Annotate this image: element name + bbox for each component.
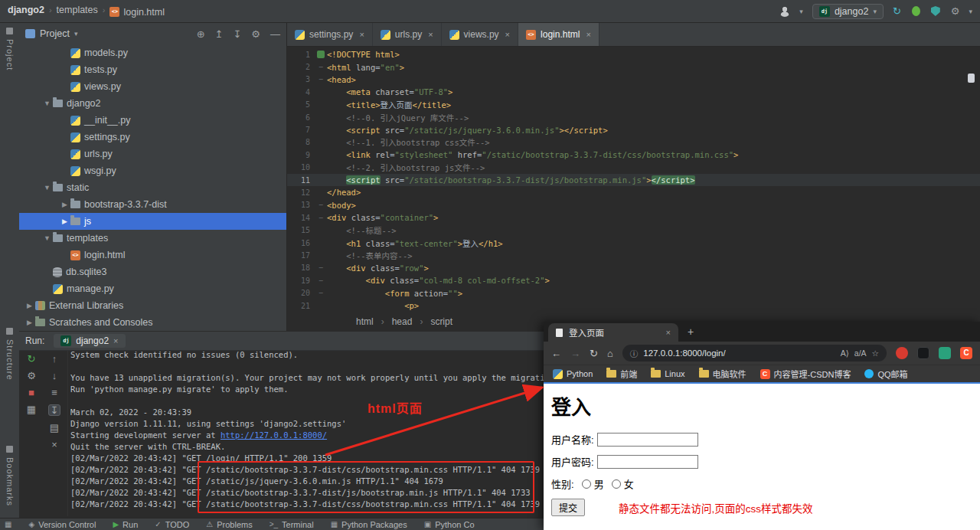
more-chevron-icon[interactable]: ▾: [969, 8, 972, 15]
restart-server-icon[interactable]: ↻: [893, 6, 901, 16]
tree-item-external-libraries[interactable]: ▶External Libraries: [19, 297, 286, 314]
bookmark-qq-[interactable]: QQ邮箱: [864, 368, 907, 380]
bookmark-python[interactable]: Python: [553, 369, 593, 379]
read-aloud-icon[interactable]: A⟩: [841, 348, 849, 358]
statusbar-item-python-packages[interactable]: ▦Python Packages: [331, 520, 407, 529]
console-link[interactable]: http://127.0.0.1:8000/: [220, 430, 327, 440]
new-tab-button[interactable]: +: [688, 326, 694, 338]
fold-marker-icon[interactable]: −: [315, 263, 327, 272]
radio-female[interactable]: [612, 479, 621, 489]
chevron-right-icon[interactable]: ▶: [59, 218, 70, 225]
close-icon[interactable]: ×: [666, 328, 671, 337]
fold-marker-icon[interactable]: −: [315, 276, 327, 285]
editor-tab-urls-py[interactable]: urls.py×: [373, 23, 442, 46]
user-icon[interactable]: [779, 6, 790, 17]
statusbar-item-todo[interactable]: ✓TODO: [155, 520, 189, 529]
breadcrumb-item[interactable]: <>login.html: [109, 7, 165, 18]
chevron-down-icon[interactable]: ▾: [74, 30, 78, 38]
expand-all-icon[interactable]: ↥: [215, 29, 224, 39]
close-icon[interactable]: ×: [505, 30, 510, 39]
tree-item-db-sqlite3[interactable]: db.sqlite3: [19, 263, 286, 280]
extension-green-icon[interactable]: [939, 347, 951, 359]
submit-button[interactable]: 提交: [551, 499, 585, 516]
run-icon[interactable]: ▶: [113, 521, 119, 528]
project-panel-title[interactable]: Project: [40, 28, 70, 39]
tree-item--init-py[interactable]: __init__.py: [19, 112, 286, 129]
tree-item-models-py[interactable]: models.py: [19, 44, 286, 61]
tree-item-wsgi-py[interactable]: wsgi.py: [19, 162, 286, 179]
tree-item-templates[interactable]: ▼templates: [19, 230, 286, 247]
down-icon[interactable]: ↓: [52, 371, 57, 381]
chevron-right-icon[interactable]: ▶: [24, 319, 35, 326]
statusbar-item-version-control[interactable]: ◈Version Control: [28, 520, 96, 529]
problems-icon[interactable]: ⚠: [206, 521, 213, 528]
chevron-down-icon[interactable]: ▼: [41, 184, 53, 191]
rerun-icon[interactable]: ↻: [28, 354, 36, 364]
tool-button-structure[interactable]: Structure: [0, 328, 19, 382]
site-info-icon[interactable]: ⓘ: [630, 348, 639, 359]
tree-item-static[interactable]: ▼static: [19, 179, 286, 196]
terminal-icon[interactable]: >_: [270, 521, 278, 528]
todo-icon[interactable]: ✓: [155, 521, 161, 528]
code-editor[interactable]: 1<!DOCTYPE html>2−<html lang="en">3−<hea…: [287, 46, 980, 312]
tool-button-bookmarks[interactable]: Bookmarks: [0, 446, 19, 508]
tree-item-urls-py[interactable]: urls.py: [19, 146, 286, 162]
translate-icon[interactable]: a/A: [854, 348, 867, 358]
radio-male[interactable]: [582, 479, 591, 489]
run-config-selector[interactable]: dj django2 ▾: [812, 4, 884, 19]
browser-tab[interactable]: 登入页面 ×: [548, 323, 678, 342]
statusbar-item-python-co[interactable]: ▣Python Co: [424, 520, 475, 529]
bookmark-linux[interactable]: Linux: [651, 369, 684, 378]
tree-item-bootstrap-3-3-7-dist[interactable]: ▶bootstrap-3.3.7-dist: [19, 196, 286, 213]
close-icon[interactable]: ×: [428, 30, 433, 39]
fold-marker-icon[interactable]: −: [315, 75, 327, 83]
grid-icon[interactable]: ▦: [27, 404, 36, 414]
tree-item-manage-py[interactable]: manage.py: [19, 280, 286, 297]
tree-item-login-html[interactable]: <>login.html: [19, 247, 286, 263]
close-icon[interactable]: ×: [359, 30, 364, 39]
bookmark--[interactable]: 前端: [606, 368, 637, 380]
close-icon[interactable]: ×: [113, 336, 118, 345]
refresh-icon[interactable]: ↻: [590, 348, 598, 359]
editor-breadcrumb-item[interactable]: html: [356, 316, 374, 327]
inspection-indicator[interactable]: [968, 74, 975, 83]
editor-tab-login-html[interactable]: <>login.html×: [518, 23, 599, 46]
statusbar-item-run[interactable]: ▶Run: [113, 520, 138, 529]
clear-icon[interactable]: ×: [51, 440, 57, 450]
extension-icon[interactable]: [917, 347, 929, 359]
chevron-down-icon[interactable]: ▼: [41, 100, 53, 107]
settings-icon[interactable]: ⚙: [251, 29, 260, 39]
grid-icon[interactable]: ▦: [5, 521, 11, 528]
fold-marker-icon[interactable]: −: [315, 214, 327, 222]
scroll-end-icon[interactable]: ↧: [48, 404, 61, 416]
back-icon[interactable]: ←: [551, 348, 561, 359]
close-icon[interactable]: ×: [586, 30, 590, 39]
editor-tab-views-py[interactable]: views.py×: [442, 23, 518, 46]
home-icon[interactable]: ⌂: [607, 348, 613, 359]
console-icon[interactable]: ▣: [424, 521, 431, 528]
print-icon[interactable]: ▤: [50, 423, 59, 433]
debug-bug-icon[interactable]: [912, 6, 920, 16]
csdn-extension-icon[interactable]: C: [960, 347, 972, 359]
editor-breadcrumb-item[interactable]: head: [392, 316, 413, 327]
statusbar-item-problems[interactable]: ⚠Problems: [206, 520, 252, 529]
stop-icon[interactable]: ■: [28, 388, 34, 398]
fold-marker-icon[interactable]: −: [315, 63, 327, 71]
softwrap-icon[interactable]: ≡: [51, 388, 57, 398]
breadcrumb-item[interactable]: django2: [8, 5, 44, 15]
chevron-right-icon[interactable]: ▶: [24, 302, 35, 309]
tree-item-tests-py[interactable]: tests.py: [19, 61, 286, 78]
password-input[interactable]: [597, 455, 698, 469]
chevron-down-icon[interactable]: ▼: [41, 234, 53, 242]
editor-breadcrumb-item[interactable]: script: [430, 316, 452, 327]
fold-marker-icon[interactable]: −: [315, 201, 327, 209]
breadcrumb-item[interactable]: templates: [57, 5, 98, 15]
tool-button-project[interactable]: Project: [0, 28, 19, 72]
editor-tab-settings-py[interactable]: settings.py×: [287, 23, 373, 46]
tree-item-django2[interactable]: ▼django2: [19, 95, 286, 112]
tree-item-scratches-and-consoles[interactable]: ▶Scratches and Consoles: [19, 314, 286, 331]
tree-item-views-py[interactable]: views.py: [19, 78, 286, 95]
fold-marker-icon[interactable]: −: [315, 289, 327, 297]
address-bar[interactable]: ⓘ 127.0.0.1:8000/login/ A⟩ a/A ☆: [622, 345, 887, 362]
hide-icon[interactable]: —: [270, 29, 280, 39]
